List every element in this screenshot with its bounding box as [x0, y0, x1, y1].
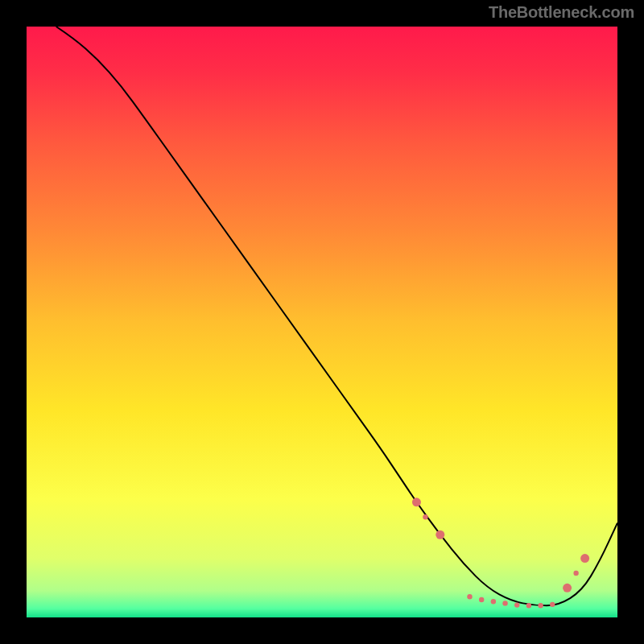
chart-frame: TheBottleneck.com	[0, 0, 644, 644]
highlight-dot	[467, 594, 472, 599]
plot-area	[27, 27, 617, 617]
highlight-dot	[526, 603, 531, 608]
highlight-dot	[538, 603, 543, 608]
highlight-dot	[423, 514, 427, 519]
chart-svg	[27, 27, 617, 617]
highlight-dot	[436, 530, 444, 539]
highlight-dot	[514, 602, 519, 607]
watermark-text: TheBottleneck.com	[489, 3, 634, 22]
highlight-dot	[502, 601, 507, 605]
highlight-dot	[580, 554, 589, 563]
highlight-dot	[412, 497, 421, 506]
highlight-dot	[563, 584, 572, 592]
highlight-dot	[479, 597, 484, 602]
highlight-dot	[573, 571, 578, 576]
gradient-background	[27, 27, 617, 617]
highlight-dot	[491, 599, 496, 604]
highlight-dot	[550, 602, 555, 607]
